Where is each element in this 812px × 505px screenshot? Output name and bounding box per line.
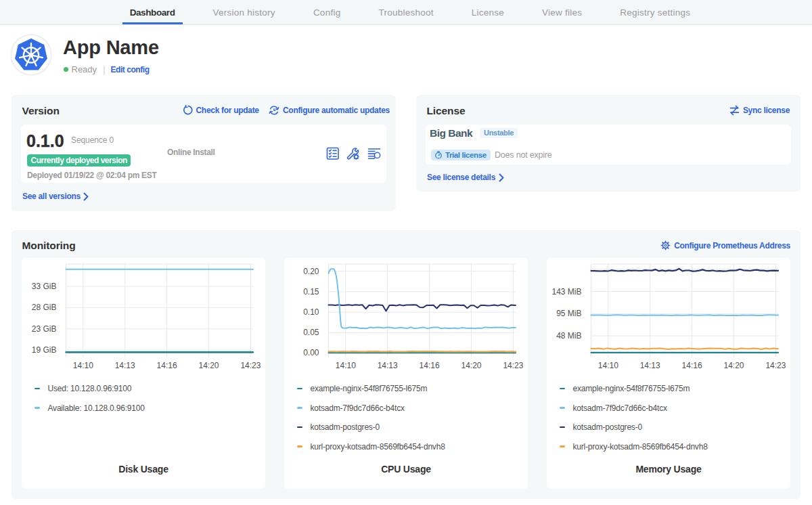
svg-text:14:23: 14:23	[240, 361, 261, 370]
svg-text:23 GiB: 23 GiB	[32, 324, 57, 334]
svg-text:14:20: 14:20	[198, 361, 219, 370]
svg-text:14:13: 14:13	[640, 361, 660, 370]
svg-text:14:23: 14:23	[765, 361, 786, 370]
svg-text:0.15: 0.15	[303, 287, 319, 297]
svg-text:14:10: 14:10	[73, 361, 93, 370]
svg-text:143 MiB: 143 MiB	[551, 287, 581, 297]
svg-text:14:16: 14:16	[682, 361, 702, 370]
svg-text:14:10: 14:10	[336, 361, 356, 370]
svg-text:0.00: 0.00	[303, 348, 319, 357]
svg-text:14:23: 14:23	[503, 361, 523, 370]
svg-text:14:13: 14:13	[115, 361, 135, 370]
svg-text:0.05: 0.05	[303, 328, 319, 337]
svg-text:14:13: 14:13	[378, 361, 398, 370]
svg-text:33 GiB: 33 GiB	[32, 282, 57, 291]
svg-text:0.10: 0.10	[303, 307, 319, 317]
svg-text:48 MiB: 48 MiB	[556, 331, 581, 341]
svg-text:14:16: 14:16	[420, 361, 440, 370]
svg-text:95 MiB: 95 MiB	[556, 309, 581, 318]
svg-text:19 GiB: 19 GiB	[32, 345, 57, 355]
svg-text:14:10: 14:10	[598, 361, 618, 370]
svg-text:28 GiB: 28 GiB	[32, 303, 57, 312]
svg-text:14:20: 14:20	[723, 361, 744, 370]
svg-text:14:20: 14:20	[461, 361, 481, 370]
svg-text:0.20: 0.20	[303, 267, 319, 276]
svg-text:14:16: 14:16	[157, 361, 177, 370]
